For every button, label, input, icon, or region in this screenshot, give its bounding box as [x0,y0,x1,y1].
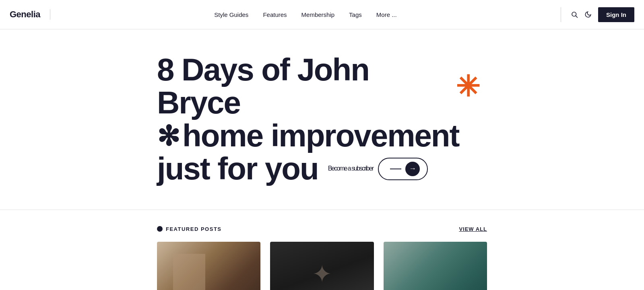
subscribe-button[interactable]: → [378,158,428,180]
cta-label: Become a subscriber [328,165,373,172]
logo[interactable]: Genelia [10,9,50,20]
main-nav: Style Guides Features Membership Tags Mo… [50,11,561,18]
featured-section: FEATURED POSTS VIEW ALL By- Ian Dooley /… [0,210,644,290]
header-actions: Sign In [561,7,634,22]
featured-title-row: FEATURED POSTS [157,226,222,232]
nav-more[interactable]: More ... [376,11,397,18]
post-image-1 [157,242,260,290]
arrow-right-icon: → [405,162,420,176]
sign-in-button[interactable]: Sign In [598,7,634,22]
post-card-1[interactable]: By- Ian Dooley / LIFESTYLE 5 Easy Ways Y… [157,242,260,290]
featured-dot-icon [157,226,163,232]
nav-style-guides[interactable]: Style Guides [214,11,248,18]
asterisk-orange-icon: ✳ [456,72,479,101]
hero-section: 8 Days of John Bryce ✳ ✻ home improvemen… [0,29,644,210]
dark-mode-button[interactable] [584,11,592,18]
header: Genelia Style Guides Features Membership… [0,0,644,29]
hero-content: 8 Days of John Bryce ✳ ✻ home improvemen… [157,53,479,185]
hero-title-line2-text: home improvement [182,119,459,152]
post-image-3 [384,242,487,290]
post-card-2[interactable]: By- William Smith / 🔒 / FASHION Want To … [270,242,374,290]
hero-title-line3-text: just for you [157,152,318,185]
hero-cta: Become a subscriber → [328,158,428,180]
search-button[interactable] [571,11,578,18]
arrow-line [390,169,401,169]
view-all-link[interactable]: VIEW ALL [459,226,487,232]
svg-line-1 [576,16,577,17]
hero-title-line1-text: 8 Days of John Bryce [157,53,452,119]
nav-tags[interactable]: Tags [349,11,362,18]
post-image-2 [270,242,374,290]
asterisk-black-icon: ✻ [157,122,179,150]
featured-label: FEATURED POSTS [166,226,222,232]
nav-features[interactable]: Features [263,11,287,18]
post-card-3[interactable]: By- James Barr / IDEA Brand is just a pe… [384,242,487,290]
featured-header: FEATURED POSTS VIEW ALL [157,226,487,232]
hero-title: 8 Days of John Bryce ✳ ✻ home improvemen… [157,53,479,185]
posts-grid: By- Ian Dooley / LIFESTYLE 5 Easy Ways Y… [157,242,487,290]
nav-membership[interactable]: Membership [301,11,335,18]
